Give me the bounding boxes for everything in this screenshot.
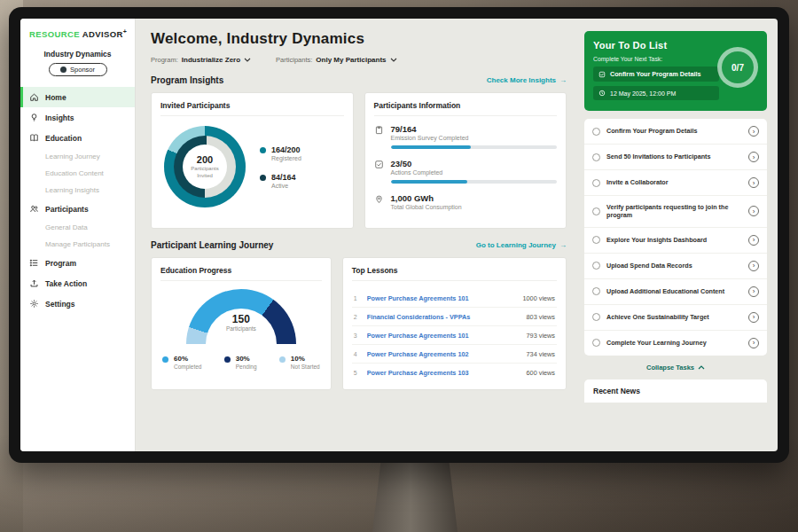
sidebar-item-manage-participants[interactable]: Manage Participants: [20, 236, 135, 253]
sidebar: RESOURCE ADVISOR+ Industry Dynamics Spon…: [20, 19, 136, 451]
chevron-right-icon[interactable]: ›: [748, 286, 759, 297]
task-checkbox[interactable]: [592, 179, 600, 187]
task-checkbox[interactable]: [592, 339, 600, 347]
program-filter-label: Program:: [151, 56, 178, 64]
participants-filter[interactable]: Participants: Only My Participants: [276, 56, 396, 64]
legend-item-completed: 60% Completed: [162, 355, 201, 370]
sidebar-item-label: Program: [45, 259, 76, 268]
card-title: Participants Information: [374, 101, 558, 116]
todo-panel: Your To Do List Complete Your Next Task:…: [579, 19, 778, 451]
chevron-right-icon[interactable]: ›: [748, 312, 759, 323]
task-checkbox[interactable]: [592, 313, 600, 321]
metric-value: 1,000 GWh: [391, 193, 558, 203]
legend-label: Active: [271, 183, 296, 189]
legend-item-registered: 164/200 Registered: [260, 145, 301, 161]
lesson-rank: 3: [354, 332, 361, 339]
recent-news-header: Recent News: [584, 379, 767, 403]
lesson-row: 5 Power Purchase Agreements 103 600 view…: [352, 364, 557, 381]
task-label: Explore Your Insights Dashboard: [606, 236, 742, 244]
sidebar-item-label: Education: [45, 134, 82, 143]
org-name: Industry Dynamics: [20, 50, 135, 59]
sponsor-icon: [60, 66, 66, 73]
chevron-down-icon: [244, 58, 251, 62]
chevron-right-icon[interactable]: ›: [748, 206, 759, 216]
clipboard-icon: [374, 125, 384, 135]
task-row-complete-learning-journey[interactable]: Complete Your Learning Journey ›: [584, 331, 767, 356]
lesson-link[interactable]: Financial Considerations - VPPAs: [367, 313, 520, 321]
desk-background: RESOURCE ADVISOR+ Industry Dynamics Spon…: [0, 0, 798, 532]
sidebar-item-general-data[interactable]: General Data: [20, 219, 135, 236]
chevron-right-icon[interactable]: ›: [748, 338, 759, 348]
task-row-invite-collaborator[interactable]: Invite a Collaborator ›: [584, 170, 767, 196]
legend-value: 10%: [291, 355, 320, 363]
sidebar-item-home[interactable]: Home: [20, 87, 135, 107]
monitor-frame: RESOURCE ADVISOR+ Industry Dynamics Spon…: [9, 7, 789, 463]
chevron-right-icon[interactable]: ›: [748, 152, 759, 162]
sidebar-item-program[interactable]: Program: [20, 253, 135, 273]
donut-row: 200 Participants Invited 164/200 Registe: [160, 124, 344, 211]
legend-item-pending: 30% Pending: [224, 355, 257, 370]
education-progress-card: Education Progress 150 Participants: [151, 257, 332, 390]
gauge-center: 150 Participants: [186, 313, 296, 332]
sidebar-item-settings[interactable]: Settings: [20, 293, 135, 314]
lesson-link[interactable]: Power Purchase Agreements 102: [367, 350, 520, 358]
next-task-label: Confirm Your Program Details: [610, 70, 700, 78]
chevron-right-icon[interactable]: ›: [748, 177, 759, 188]
program-filter[interactable]: Program: Industrialize Zero: [151, 56, 251, 64]
section-title-program-insights: Program Insights: [151, 75, 223, 85]
task-checkbox[interactable]: [592, 262, 600, 270]
task-label: Achieve One Sustainability Target: [606, 313, 742, 321]
gauge-center-value: 150: [186, 313, 296, 325]
sidebar-item-label: Manage Participants: [45, 240, 110, 248]
program-insights-header: Program Insights Check More Insights →: [151, 75, 567, 85]
task-checkbox[interactable]: [592, 287, 600, 295]
chevron-right-icon[interactable]: ›: [748, 126, 759, 137]
sidebar-item-insights[interactable]: Insights: [20, 107, 135, 128]
task-checkbox[interactable]: [592, 207, 600, 215]
metric-actions-completed: 23/50 Actions Completed: [374, 159, 558, 184]
metric-emission-survey: 79/164 Emission Survey Completed: [374, 124, 558, 149]
task-label: Upload Spend Data Records: [606, 262, 742, 270]
sidebar-item-learning-journey[interactable]: Learning Journey: [20, 148, 135, 165]
sidebar-item-learning-insights[interactable]: Learning Insights: [20, 182, 135, 199]
invited-participants-donut-chart: 200 Participants Invited: [164, 126, 246, 207]
go-to-learning-journey-link[interactable]: Go to Learning Journey →: [476, 241, 567, 249]
sponsor-badge[interactable]: Sponsor: [49, 63, 107, 76]
collapse-tasks-link[interactable]: Collapse Tasks: [646, 364, 705, 372]
main-content: Welcome, Industry Dynamics Program: Indu…: [136, 19, 579, 451]
chevron-right-icon[interactable]: ›: [748, 235, 759, 246]
task-label: Verify participants requesting to join t…: [606, 203, 742, 220]
filters-row: Program: Industrialize Zero Participants…: [151, 56, 567, 64]
task-checkbox[interactable]: [592, 236, 600, 244]
home-icon: [29, 92, 39, 102]
sidebar-item-participants[interactable]: Participants: [20, 199, 135, 219]
task-row-upload-educational-content[interactable]: Upload Additional Educational Content ›: [584, 279, 767, 305]
chevron-right-icon[interactable]: ›: [748, 261, 759, 271]
metric-global-consumption: 1,000 GWh Total Global Consumption: [374, 193, 558, 210]
book-icon: [29, 133, 39, 143]
task-row-explore-insights[interactable]: Explore Your Insights Dashboard ›: [584, 228, 767, 254]
lesson-views: 1000 views: [522, 294, 555, 302]
sidebar-item-label: Learning Insights: [45, 186, 99, 194]
sidebar-item-take-action[interactable]: Take Action: [20, 273, 135, 293]
lesson-link[interactable]: Power Purchase Agreements 101: [367, 332, 520, 340]
brand-plus: +: [123, 28, 128, 35]
next-task-chip[interactable]: Confirm Your Program Details: [593, 66, 719, 82]
lesson-link[interactable]: Power Purchase Agreements 101: [367, 294, 517, 302]
task-row-verify-participants[interactable]: Verify participants requesting to join t…: [584, 196, 767, 228]
sidebar-item-label: Home: [45, 93, 66, 102]
lesson-link[interactable]: Power Purchase Agreements 103: [367, 369, 520, 377]
task-row-upload-spend-data[interactable]: Upload Spend Data Records ›: [584, 254, 767, 279]
card-title: Invited Participants: [160, 101, 344, 116]
sidebar-item-education-content[interactable]: Education Content: [20, 165, 135, 182]
lesson-row: 4 Power Purchase Agreements 102 734 view…: [352, 345, 557, 364]
donut-legend: 164/200 Registered 84/164 Active: [260, 145, 301, 189]
task-row-send-invitations[interactable]: Send 50 Invitations to Participants ›: [584, 145, 767, 170]
task-checkbox[interactable]: [592, 153, 600, 161]
task-row-confirm-program[interactable]: Confirm Your Program Details ›: [584, 119, 767, 145]
check-more-insights-link[interactable]: Check More Insights →: [487, 76, 567, 84]
task-row-achieve-target[interactable]: Achieve One Sustainability Target ›: [584, 305, 767, 331]
task-checkbox[interactable]: [592, 128, 600, 136]
sidebar-item-education[interactable]: Education: [20, 128, 135, 148]
chevron-up-icon: [698, 365, 705, 370]
